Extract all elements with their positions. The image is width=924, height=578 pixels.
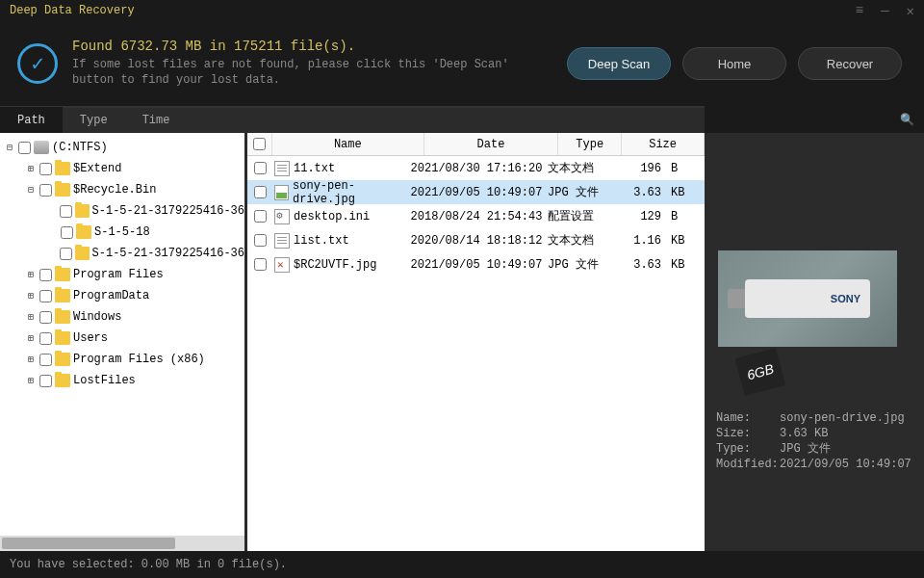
folder-icon: [55, 183, 70, 197]
column-name[interactable]: Name: [272, 133, 424, 155]
collapse-icon[interactable]: ⊟: [4, 142, 15, 153]
tree-checkbox[interactable]: [39, 163, 52, 175]
file-row[interactable]: list.txt2020/08/14 18:18:12文本文档1.16KB: [247, 228, 705, 252]
file-checkbox[interactable]: [254, 162, 267, 174]
img-file-icon: [274, 185, 289, 200]
file-checkbox[interactable]: [254, 186, 267, 198]
tree-checkbox[interactable]: [39, 184, 52, 197]
file-size: 3.63: [607, 258, 665, 272]
file-name: sony-pen-drive.jpg: [293, 179, 409, 206]
app-title: Deep Data Recovery: [10, 4, 135, 17]
column-type[interactable]: Type: [558, 133, 622, 155]
tree-item[interactable]: ⊞$Extend: [0, 158, 244, 179]
tree-item[interactable]: S-1-5-18: [0, 222, 244, 243]
tree-checkbox[interactable]: [18, 142, 31, 154]
tree-item-label: (C:NTFS): [52, 141, 108, 154]
tree-checkbox[interactable]: [39, 290, 52, 302]
tree-item[interactable]: ⊟$Recycle.Bin: [0, 179, 244, 200]
file-size-unit: KB: [665, 186, 688, 199]
file-info: Name:sony-pen-drive.jpg Size:3.63 KB Typ…: [716, 410, 916, 472]
folder-icon: [75, 204, 90, 218]
tree-item-label: $Recycle.Bin: [73, 183, 156, 197]
file-date: 2021/08/30 17:16:20: [409, 162, 544, 175]
file-type: 文本文档: [544, 160, 607, 176]
expand-icon[interactable]: ⊞: [25, 375, 37, 386]
tree-item[interactable]: ⊞ProgramData: [0, 285, 244, 306]
file-list-panel: Name Date Type Size 11.txt2021/08/30 17:…: [244, 133, 705, 551]
file-date: 2021/09/05 10:49:07: [409, 258, 544, 272]
collapse-icon[interactable]: ⊟: [25, 184, 37, 196]
folder-icon: [55, 268, 70, 281]
search-icon[interactable]: 🔍: [900, 113, 914, 127]
scan-result-title: Found 6732.73 MB in 175211 file(s).: [72, 39, 552, 54]
folder-icon: [76, 225, 91, 239]
file-row[interactable]: desktop.ini2018/08/24 21:54:43配置设置129B: [247, 204, 705, 228]
column-size[interactable]: Size: [622, 133, 705, 155]
expand-icon[interactable]: ⊞: [25, 163, 37, 174]
tree-checkbox[interactable]: [39, 269, 52, 281]
scan-result-subtitle: If some lost files are not found, please…: [72, 58, 552, 88]
tree-checkbox[interactable]: [39, 311, 52, 324]
tree-checkbox[interactable]: [39, 332, 52, 345]
file-name: list.txt: [294, 234, 349, 248]
expand-icon[interactable]: ⊞: [25, 354, 37, 365]
file-size: 129: [607, 210, 665, 223]
file-name: 11.txt: [294, 162, 335, 175]
file-size-unit: KB: [665, 234, 688, 248]
file-checkbox[interactable]: [254, 258, 267, 271]
tree-scrollbar[interactable]: [0, 536, 244, 551]
file-type: 配置设置: [544, 208, 607, 224]
tab-time[interactable]: Time: [125, 107, 188, 134]
folder-icon: [55, 374, 70, 387]
file-checkbox[interactable]: [254, 234, 267, 247]
tree-item[interactable]: ⊞Program Files: [0, 264, 244, 285]
tree-item[interactable]: ⊟(C:NTFS): [0, 137, 244, 158]
tree-checkbox[interactable]: [60, 248, 72, 260]
column-date[interactable]: Date: [424, 133, 559, 155]
file-row[interactable]: sony-pen-drive.jpg2021/09/05 10:49:07JPG…: [247, 180, 705, 204]
expand-icon[interactable]: ⊞: [25, 332, 37, 344]
folder-icon: [55, 289, 70, 302]
home-button[interactable]: Home: [682, 47, 786, 80]
header: ✓ Found 6732.73 MB in 175211 file(s). If…: [0, 21, 924, 106]
tree-item[interactable]: S-1-5-21-3179225416-36: [0, 243, 244, 264]
close-icon[interactable]: ✕: [907, 3, 914, 19]
tree-item[interactable]: ⊞Users: [0, 328, 244, 349]
tree-checkbox[interactable]: [61, 226, 73, 239]
file-name: desktop.ini: [294, 210, 370, 223]
file-row[interactable]: $RC2UVTF.jpg2021/09/05 10:49:07JPG 文件3.6…: [247, 252, 705, 276]
deep-scan-button[interactable]: Deep Scan: [567, 47, 671, 80]
doc-file-icon: [274, 233, 290, 249]
folder-icon: [55, 331, 70, 345]
status-text: You have selected: 0.00 MB in 0 file(s).: [10, 558, 287, 571]
file-checkbox[interactable]: [254, 210, 267, 223]
expand-icon[interactable]: ⊞: [25, 311, 37, 323]
tree-checkbox[interactable]: [60, 205, 72, 218]
file-type: JPG 文件: [544, 256, 607, 273]
tree-item[interactable]: ⊞LostFiles: [0, 370, 244, 391]
tree-item-label: ProgramData: [73, 289, 149, 302]
expand-icon[interactable]: ⊞: [25, 290, 37, 302]
minimize-icon[interactable]: —: [881, 3, 888, 19]
tree-item[interactable]: S-1-5-21-3179225416-36: [0, 200, 244, 222]
tree-item-label: Program Files (x86): [73, 353, 205, 366]
file-size-unit: B: [665, 162, 688, 175]
file-row[interactable]: 11.txt2021/08/30 17:16:20文本文档196B: [247, 156, 705, 180]
tree-item[interactable]: ⊞Windows: [0, 306, 244, 328]
tab-path[interactable]: Path: [0, 107, 63, 134]
folder-tree-panel: ⊟(C:NTFS)⊞$Extend⊟$Recycle.BinS-1-5-21-3…: [0, 133, 244, 551]
select-all-checkbox[interactable]: [253, 138, 266, 150]
file-date: 2018/08/24 21:54:43: [409, 210, 544, 223]
file-size: 196: [607, 162, 665, 175]
search-input[interactable]: [714, 113, 900, 126]
tree-checkbox[interactable]: [39, 375, 52, 387]
tree-item[interactable]: ⊞Program Files (x86): [0, 349, 244, 370]
tree-checkbox[interactable]: [39, 354, 52, 366]
tab-type[interactable]: Type: [63, 107, 125, 134]
status-complete-icon: ✓: [17, 43, 58, 84]
expand-icon[interactable]: ⊞: [25, 269, 37, 280]
menu-icon[interactable]: ≡: [856, 3, 863, 19]
tree-item-label: Windows: [73, 310, 121, 324]
recover-button[interactable]: Recover: [798, 47, 902, 80]
doc-file-icon: [274, 161, 290, 176]
